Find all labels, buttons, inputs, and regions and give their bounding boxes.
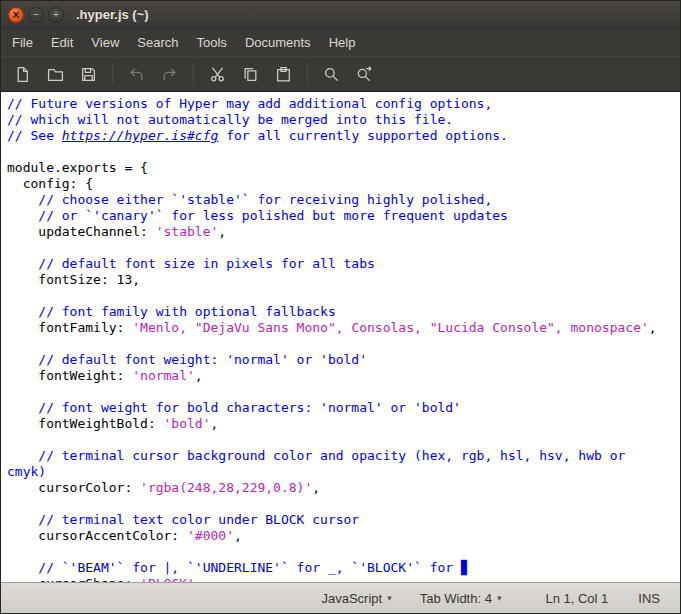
find-and-replace-icon: [356, 66, 373, 83]
code-line: [7, 144, 680, 160]
new-document-icon: [14, 66, 31, 83]
code-line: cursorAccentColor: '#000',: [7, 528, 680, 544]
close-icon: ×: [12, 9, 19, 21]
code-line: // font weight for bold characters: 'nor…: [7, 400, 680, 416]
language-selector[interactable]: JavaScript ▾: [321, 591, 391, 606]
menu-item-help[interactable]: Help: [320, 31, 365, 54]
copy-icon: [242, 66, 259, 83]
cut-icon: [209, 66, 226, 83]
close-button[interactable]: ×: [8, 7, 24, 23]
language-label: JavaScript: [321, 591, 382, 606]
open-icon: [47, 66, 64, 83]
code-line: [7, 432, 680, 448]
code-line: // choose either `'stable'` for receivin…: [7, 192, 680, 208]
code-line: // which will not automatically be merge…: [7, 112, 680, 128]
code-line: // font family with optional fallbacks: [7, 304, 680, 320]
gedit-window: × − + .hyper.js (~) FileEditViewSearchTo…: [0, 0, 681, 614]
redo-button[interactable]: [154, 60, 185, 88]
code-line: cursorColor: 'rgba(248,28,229,0.8)',: [7, 480, 680, 496]
code-line: // default font weight: 'normal' or 'bol…: [7, 352, 680, 368]
menu-item-edit[interactable]: Edit: [42, 31, 82, 54]
code-line: cmyk): [7, 464, 680, 480]
statusbar-group: JavaScript ▾ Tab Width: 4 ▾ Ln 1, Col 1 …: [321, 591, 670, 606]
paste-icon: [275, 66, 292, 83]
menu-item-file[interactable]: File: [3, 31, 42, 54]
code-line: [7, 240, 680, 256]
paste-button[interactable]: [268, 60, 299, 88]
toolbar-separator: [307, 63, 308, 85]
code-line: [7, 544, 680, 560]
code-line: // `'BEAM'` for |, `'UNDERLINE'` for _, …: [7, 560, 680, 576]
find-and-replace-button[interactable]: [349, 60, 380, 88]
menu-item-tools[interactable]: Tools: [188, 31, 236, 54]
code-line: // terminal text color under BLOCK curso…: [7, 512, 680, 528]
input-mode-indicator: INS: [638, 591, 660, 606]
code-line: fontWeightBold: 'bold',: [7, 416, 680, 432]
cursor-position: Ln 1, Col 1: [545, 591, 608, 606]
save-button[interactable]: [73, 60, 104, 88]
code-line: // default font size in pixels for all t…: [7, 256, 680, 272]
code-line: fontSize: 13,: [7, 272, 680, 288]
cut-button[interactable]: [202, 60, 233, 88]
code-line: fontWeight: 'normal',: [7, 368, 680, 384]
menubar: FileEditViewSearchToolsDocumentsHelp: [1, 29, 680, 56]
code-line: // or `'canary'` for less polished but m…: [7, 208, 680, 224]
menu-item-view[interactable]: View: [82, 31, 128, 54]
find-button[interactable]: [316, 60, 347, 88]
toolbar-separator: [193, 63, 194, 85]
code-line: // Future versions of Hyper may add addi…: [7, 96, 680, 112]
find-icon: [323, 66, 340, 83]
undo-icon: [128, 66, 145, 83]
code-line: config: {: [7, 176, 680, 192]
code-area[interactable]: // Future versions of Hyper may add addi…: [1, 92, 680, 582]
chevron-down-icon: ▾: [387, 593, 392, 603]
save-icon: [80, 66, 97, 83]
new-document-button[interactable]: [7, 60, 38, 88]
redo-icon: [161, 66, 178, 83]
code-line: [7, 336, 680, 352]
statusbar: JavaScript ▾ Tab Width: 4 ▾ Ln 1, Col 1 …: [1, 582, 680, 613]
titlebar[interactable]: × − + .hyper.js (~): [1, 1, 680, 29]
code-line: [7, 384, 680, 400]
chevron-down-icon: ▾: [497, 593, 502, 603]
menu-item-search[interactable]: Search: [128, 31, 187, 54]
copy-button[interactable]: [235, 60, 266, 88]
code-line: fontFamily: 'Menlo, "DejaVu Sans Mono", …: [7, 320, 680, 336]
code-hyperlink[interactable]: https://hyper.is#cfg: [62, 128, 219, 143]
window-title: .hyper.js (~): [76, 7, 149, 22]
tab-width-label: Tab Width: 4: [420, 591, 492, 606]
tab-width-selector[interactable]: Tab Width: 4 ▾: [420, 591, 502, 606]
minimize-button[interactable]: −: [28, 7, 44, 23]
maximize-icon: +: [53, 9, 59, 20]
undo-button[interactable]: [121, 60, 152, 88]
open-button[interactable]: [40, 60, 71, 88]
toolbar: [1, 56, 680, 92]
code-line: module.exports = {: [7, 160, 680, 176]
code-line: // See https://hyper.is#cfg for all curr…: [7, 128, 680, 144]
code-line: [7, 288, 680, 304]
code-line: // terminal cursor background color and …: [7, 448, 680, 464]
code-line: [7, 496, 680, 512]
maximize-button[interactable]: +: [48, 7, 64, 23]
minimize-icon: −: [33, 9, 39, 20]
menu-item-documents[interactable]: Documents: [236, 31, 320, 54]
toolbar-separator: [112, 63, 113, 85]
code-line: updateChannel: 'stable',: [7, 224, 680, 240]
